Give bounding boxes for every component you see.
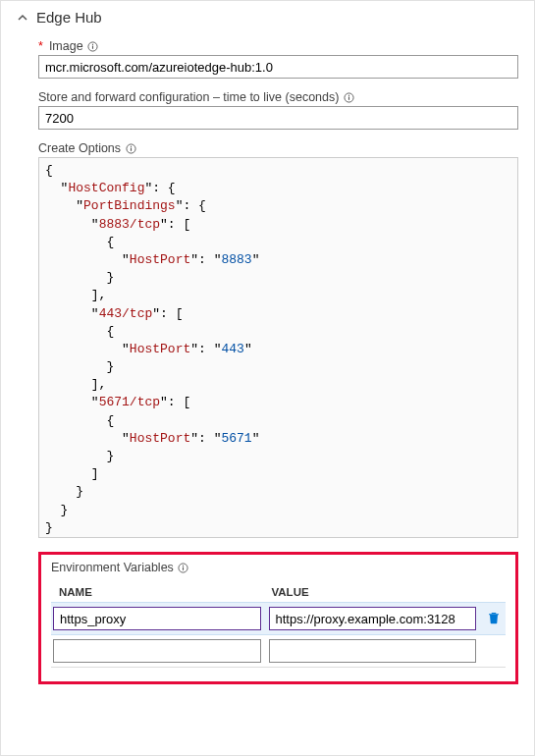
env-value-input[interactable] xyxy=(269,639,477,663)
required-mark: * xyxy=(38,39,43,53)
info-icon[interactable] xyxy=(87,40,99,52)
env-name-input[interactable] xyxy=(53,607,261,630)
svg-rect-7 xyxy=(131,147,132,150)
svg-rect-5 xyxy=(348,94,349,95)
svg-rect-1 xyxy=(92,45,93,48)
chevron-up-icon xyxy=(17,12,28,24)
section-header[interactable]: Edge Hub xyxy=(17,9,518,26)
svg-rect-11 xyxy=(183,565,184,566)
environment-variables-section: Environment Variables NAME VALUE xyxy=(38,552,518,684)
image-label: Image xyxy=(49,39,83,53)
env-label: Environment Variables xyxy=(51,561,174,574)
env-header-value: VALUE xyxy=(272,586,477,598)
image-input[interactable] xyxy=(38,55,518,79)
delete-row-button[interactable] xyxy=(484,609,504,628)
svg-rect-8 xyxy=(131,145,132,146)
env-row xyxy=(51,635,506,668)
create-options-group: Create Options { "HostConfig": { "PortBi… xyxy=(38,141,518,538)
svg-rect-4 xyxy=(348,96,349,99)
info-icon[interactable] xyxy=(343,91,354,103)
info-icon[interactable] xyxy=(125,142,136,154)
create-options-label: Create Options xyxy=(38,141,121,155)
env-table: NAME VALUE xyxy=(51,582,506,668)
ttl-label: Store and forward configuration – time t… xyxy=(38,90,339,104)
env-header-row: NAME VALUE xyxy=(51,582,506,602)
info-icon[interactable] xyxy=(178,562,189,573)
svg-rect-10 xyxy=(183,567,184,569)
env-header-name: NAME xyxy=(53,586,264,598)
image-field-group: * Image xyxy=(38,39,518,79)
section-title: Edge Hub xyxy=(36,9,102,26)
env-value-input[interactable] xyxy=(269,607,477,630)
env-name-input[interactable] xyxy=(53,639,261,663)
ttl-input[interactable] xyxy=(38,106,518,130)
trash-icon xyxy=(487,611,501,627)
svg-rect-2 xyxy=(92,43,93,44)
create-options-editor[interactable]: { "HostConfig": { "PortBindings": { "888… xyxy=(38,157,518,538)
env-row xyxy=(51,602,506,635)
ttl-field-group: Store and forward configuration – time t… xyxy=(38,90,518,130)
